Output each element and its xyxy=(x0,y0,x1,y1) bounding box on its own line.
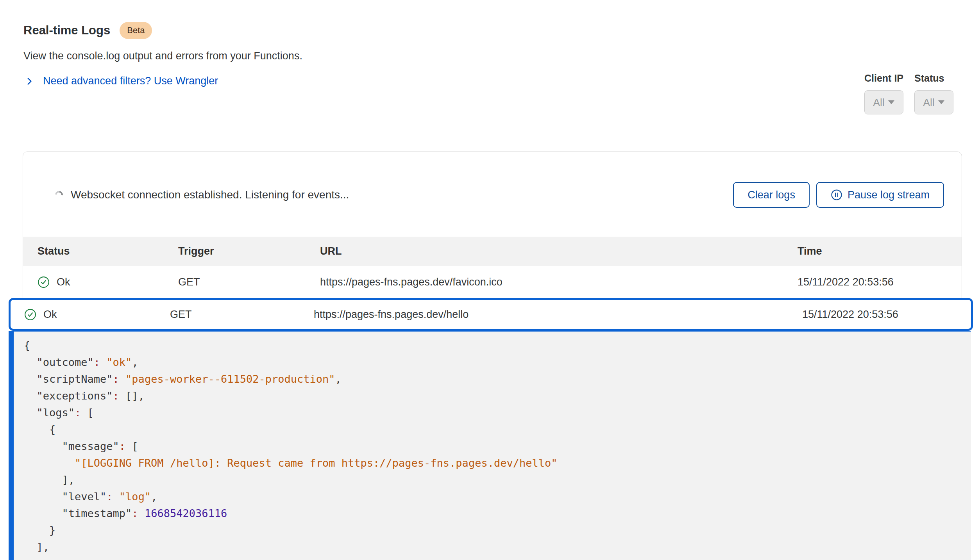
status-text: Ok xyxy=(43,309,57,321)
client-ip-dropdown[interactable]: All xyxy=(864,90,903,114)
clear-logs-button[interactable]: Clear logs xyxy=(733,182,810,208)
column-header-trigger: Trigger xyxy=(178,245,320,257)
status-cell: Ok xyxy=(38,276,178,288)
status-label: Status xyxy=(914,73,953,84)
status-cell: Ok xyxy=(24,309,170,321)
column-header-url: URL xyxy=(320,245,798,257)
status-value: All xyxy=(923,96,935,109)
chevron-right-icon xyxy=(24,76,34,86)
log-table-header: Status Trigger URL Time xyxy=(23,237,962,266)
client-ip-label: Client IP xyxy=(864,73,903,84)
json-code: { "outcome": "ok", "scriptName": "pages-… xyxy=(24,337,971,555)
beta-badge: Beta xyxy=(120,22,152,39)
url-cell: https://pages-fns.pages.dev/favicon.ico xyxy=(320,276,798,288)
table-row[interactable]: Ok GET https://pages-fns.pages.dev/favic… xyxy=(23,266,962,298)
log-detail-panel: { "outcome": "ok", "scriptName": "pages-… xyxy=(9,331,971,560)
trigger-cell: GET xyxy=(178,276,320,288)
page-subtitle: View the console.log output and errors f… xyxy=(23,50,302,62)
page-title: Real-time Logs xyxy=(23,23,110,37)
url-cell: https://pages-fns.pages.dev/hello xyxy=(314,309,802,321)
time-cell: 15/11/2022 20:53:56 xyxy=(802,309,971,321)
filters: Client IP All Status All xyxy=(864,73,953,114)
toolbar-buttons: Clear logs Pause log stream xyxy=(733,182,944,208)
status-text: Ok xyxy=(57,276,70,288)
spinner-icon xyxy=(54,189,64,200)
logs-toolbar: Websocket connection established. Listen… xyxy=(55,175,944,214)
client-ip-value: All xyxy=(873,96,885,109)
filter-client-ip: Client IP All xyxy=(864,73,903,114)
trigger-cell: GET xyxy=(170,309,314,321)
chevron-down-icon xyxy=(888,100,894,104)
check-circle-icon xyxy=(38,276,50,288)
page-header: Real-time Logs Beta xyxy=(23,22,152,39)
wrangler-filters-link-label: Need advanced filters? Use Wrangler xyxy=(43,75,218,87)
chevron-down-icon xyxy=(938,100,944,104)
pause-log-stream-button[interactable]: Pause log stream xyxy=(816,182,944,208)
column-header-status: Status xyxy=(38,245,178,257)
pause-icon xyxy=(831,189,842,201)
column-header-time: Time xyxy=(798,245,962,257)
table-row-selected[interactable]: Ok GET https://pages-fns.pages.dev/hello… xyxy=(9,298,973,331)
wrangler-filters-link[interactable]: Need advanced filters? Use Wrangler xyxy=(24,75,218,87)
check-circle-icon xyxy=(24,309,36,321)
status-dropdown[interactable]: All xyxy=(914,90,953,114)
clear-logs-label: Clear logs xyxy=(748,189,795,201)
time-cell: 15/11/2022 20:53:56 xyxy=(798,276,962,288)
pause-log-stream-label: Pause log stream xyxy=(848,189,930,201)
realtime-logs-page: Real-time Logs Beta View the console.log… xyxy=(0,0,980,560)
filter-status: Status All xyxy=(914,73,953,114)
websocket-status-message: Websocket connection established. Listen… xyxy=(71,189,349,201)
